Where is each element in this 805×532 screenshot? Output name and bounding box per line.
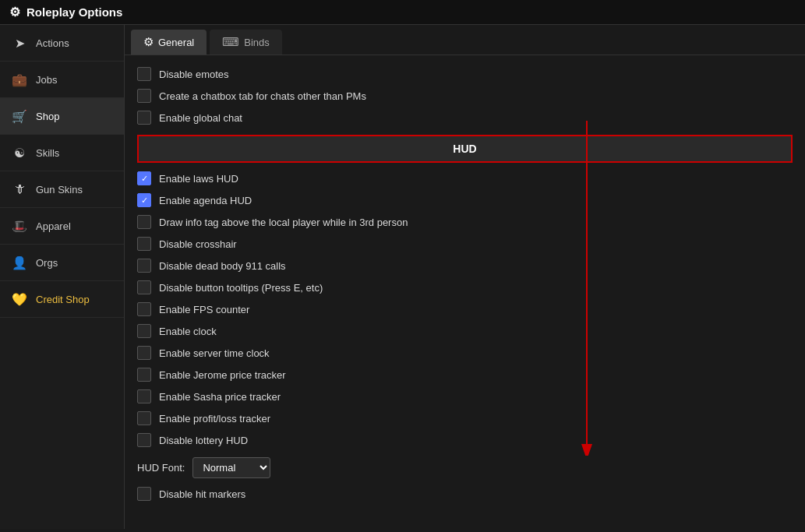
checkbox-hit-markers[interactable] [137,487,151,501]
option-row-agenda-hud: Enable agenda HUD [137,189,793,211]
option-label-hit-markers: Disable hit markers [159,488,245,500]
checkbox-sasha-tracker[interactable] [137,389,151,403]
option-label-disable-crosshair: Disable crosshair [159,238,237,250]
general-tab-label: General [158,37,194,48]
option-label-sasha-tracker: Enable Sasha price tracker [159,391,281,403]
option-row-global-chat: Enable global chat [137,107,793,129]
tab-general[interactable]: ⚙ General [131,30,207,55]
sidebar-item-label: Actions [36,37,69,49]
sidebar-item-skills[interactable]: ☯ Skills [0,135,124,171]
jobs-icon: 💼 [11,71,28,88]
option-row-profit-tracker: Enable profit/loss tracker [137,407,793,429]
sidebar-item-label: Skills [36,147,59,159]
sidebar-item-jobs[interactable]: 💼 Jobs [0,62,124,98]
sidebar-item-label: Apparel [36,220,71,232]
shop-icon: 🛒 [11,107,28,125]
option-label-clock: Enable clock [159,326,217,337]
option-label-button-tooltips: Disable button tooltips (Press E, etc) [159,282,323,294]
option-row-dead-body-calls: Disable dead body 911 calls [137,255,793,277]
option-row-hit-markers: Disable hit markers [137,483,793,505]
option-row-fps-counter: Enable FPS counter [137,298,793,320]
checkbox-dead-body-calls[interactable] [137,259,151,273]
font-row-label: HUD Font: [137,462,185,474]
option-row-button-tooltips: Disable button tooltips (Press E, etc) [137,277,793,298]
option-label-info-tag: Draw info tag above the local player whi… [159,217,408,228]
option-row-lottery-hud: Disable lottery HUD [137,429,793,451]
checkbox-fps-counter[interactable] [137,302,151,316]
title-text: Roleplay Options [26,5,122,19]
checkbox-server-time-clock[interactable] [137,346,151,360]
option-row-clock: Enable clock [137,320,793,342]
sidebar-item-label: Shop [36,111,59,122]
hud-section-header[interactable]: HUD [137,135,793,163]
binds-tab-label: Binds [244,37,270,48]
sidebar-item-label: Credit Shop [36,294,90,305]
sidebar-item-gun-skins[interactable]: 🗡 Gun Skins [0,171,124,208]
checkbox-global-chat[interactable] [137,111,151,125]
option-row-sasha-tracker: Enable Sasha price tracker [137,386,793,407]
checkbox-agenda-hud[interactable] [137,193,151,207]
option-label-lottery-hud: Disable lottery HUD [159,435,248,446]
option-row-info-tag: Draw info tag above the local player whi… [137,211,793,233]
font-row: HUD Font: NormalBoldItalic [137,451,793,483]
sidebar-item-apparel[interactable]: 🎩 Apparel [0,208,124,245]
options-list: Disable emotes Create a chatbox tab for … [125,55,805,529]
skills-icon: ☯ [11,144,28,161]
credit-shop-icon: 💛 [11,291,28,308]
binds-tab-icon: ⌨ [222,35,239,49]
option-label-dead-body-calls: Disable dead body 911 calls [159,260,286,272]
checkbox-disable-crosshair[interactable] [137,237,151,251]
sidebar-item-orgs[interactable]: 👤 Orgs [0,245,124,281]
option-row-disable-crosshair: Disable crosshair [137,233,793,255]
checkbox-jerome-tracker[interactable] [137,368,151,382]
option-row-disable-emotes: Disable emotes [137,63,793,85]
gun-skins-icon: 🗡 [11,181,28,198]
option-row-jerome-tracker: Enable Jerome price tracker [137,364,793,386]
option-label-chatbox-tab: Create a chatbox tab for chats other tha… [159,90,366,102]
option-label-agenda-hud: Enable agenda HUD [159,195,252,206]
sidebar-item-label: Orgs [36,257,58,269]
option-label-jerome-tracker: Enable Jerome price tracker [159,369,286,381]
tab-bar: ⚙ General ⌨ Binds [125,25,805,55]
checkbox-profit-tracker[interactable] [137,411,151,425]
tab-binds[interactable]: ⌨ Binds [210,30,282,55]
checkbox-disable-emotes[interactable] [137,67,151,81]
option-label-server-time-clock: Enable server time clock [159,347,270,359]
sidebar-item-actions[interactable]: ➤ Actions [0,25,124,62]
checkbox-button-tooltips[interactable] [137,280,151,294]
content-area: ⚙ General ⌨ Binds Disable emotes Create … [125,25,805,529]
option-label-laws-hud: Enable laws HUD [159,173,238,185]
checkbox-laws-hud[interactable] [137,171,151,185]
title-bar: Roleplay Options [0,0,805,25]
apparel-icon: 🎩 [11,217,28,234]
option-label-disable-emotes: Disable emotes [159,69,229,80]
option-row-chatbox-tab: Create a chatbox tab for chats other tha… [137,85,793,107]
orgs-icon: 👤 [11,254,28,271]
sidebar-item-shop[interactable]: 🛒 Shop [0,98,124,135]
checkbox-info-tag[interactable] [137,215,151,229]
font-select[interactable]: NormalBoldItalic [192,457,270,478]
option-label-global-chat: Enable global chat [159,112,242,124]
option-row-server-time-clock: Enable server time clock [137,342,793,364]
general-tab-icon: ⚙ [143,35,154,49]
sidebar: ➤ Actions 💼 Jobs 🛒 Shop ☯ Skills 🗡 Gun S… [0,25,125,529]
checkbox-chatbox-tab[interactable] [137,89,151,103]
sidebar-item-credit-shop[interactable]: 💛 Credit Shop [0,281,124,318]
option-row-laws-hud: Enable laws HUD [137,167,793,189]
option-label-profit-tracker: Enable profit/loss tracker [159,413,270,425]
checkbox-clock[interactable] [137,324,151,338]
actions-icon: ➤ [11,34,28,51]
sidebar-item-label: Gun Skins [36,184,83,196]
option-label-fps-counter: Enable FPS counter [159,304,249,315]
sidebar-item-label: Jobs [36,74,57,86]
checkbox-lottery-hud[interactable] [137,433,151,447]
